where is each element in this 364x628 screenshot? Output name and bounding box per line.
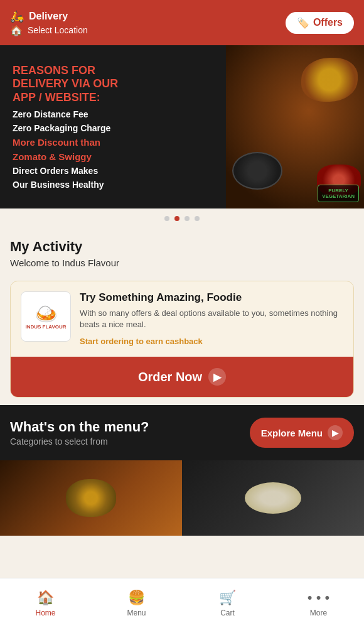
banner-slide: REASONS FORDELIVERY VIA OURAPP / WEBSITE… xyxy=(0,45,364,208)
banner-point-4: Zomato & Swiggy xyxy=(13,151,213,162)
delivery-icon: 🛵 xyxy=(10,9,24,23)
activity-text: Try Something Amazing, Foodie With so ma… xyxy=(80,291,343,347)
delivery-row: 🛵 Delivery xyxy=(10,9,88,23)
food-item-bowl xyxy=(232,152,282,190)
location-label: Select Location xyxy=(28,25,88,35)
more-nav-icon: • • • xyxy=(308,590,329,606)
more-nav-label: More xyxy=(310,609,327,617)
restaurant-logo: 🍛 INDUS FLAVOUR xyxy=(21,291,71,342)
header: 🛵 Delivery 🏠 Select Location 🏷️ Offers xyxy=(0,0,364,45)
delivery-label: Delivery xyxy=(29,11,68,22)
rice-bowl-visual xyxy=(245,482,301,514)
menu-nav-icon: 🍔 xyxy=(128,590,145,606)
menu-section: What's on the menu? Categories to select… xyxy=(0,405,364,460)
dot-2[interactable] xyxy=(174,216,179,221)
offers-button[interactable]: 🏷️ Offers xyxy=(286,12,354,34)
dot-1[interactable] xyxy=(164,216,169,221)
menu-section-title: What's on the menu? xyxy=(10,419,149,435)
activity-card: 🍛 INDUS FLAVOUR Try Something Amazing, F… xyxy=(10,281,354,398)
logo-text: INDUS FLAVOUR xyxy=(25,325,66,330)
banner-list: Zero Distance Fee Zero Packaging Charge … xyxy=(13,109,213,190)
nav-item-menu[interactable]: 🍔 Menu xyxy=(91,578,182,628)
menu-section-subtitle: Categories to select from xyxy=(10,436,149,447)
offers-icon: 🏷️ xyxy=(297,17,309,29)
home-icon: 🏠 xyxy=(10,24,23,36)
banner-point-1: Zero Distance Fee xyxy=(13,109,213,119)
cart-nav-label: Cart xyxy=(220,609,235,617)
banner-point-6: Our Business Healthy xyxy=(13,180,213,190)
order-arrow-icon: ▶ xyxy=(208,368,226,386)
food-item-bread xyxy=(301,58,358,102)
nav-item-cart[interactable]: 🛒 Cart xyxy=(182,578,273,628)
activity-title: My Activity xyxy=(10,239,354,255)
food-card-right[interactable] xyxy=(182,460,364,536)
location-row: 🏠 Select Location xyxy=(10,24,88,36)
banner-point-3: More Discount than xyxy=(13,137,213,148)
activity-heading: Try Something Amazing, Foodie xyxy=(80,291,343,304)
activity-subtitle: Welcome to Indus Flavour xyxy=(10,257,354,268)
food-cards-row xyxy=(0,460,364,536)
banner-image: PURELYVEGETARIAN xyxy=(226,45,364,208)
cart-nav-icon: 🛒 xyxy=(219,590,236,606)
offers-label: Offers xyxy=(313,17,343,28)
menu-section-left: What's on the menu? Categories to select… xyxy=(10,419,149,447)
activity-card-inner: 🍛 INDUS FLAVOUR Try Something Amazing, F… xyxy=(11,281,353,357)
dot-3[interactable] xyxy=(185,216,190,221)
activity-desc: With so many offers & deal options avail… xyxy=(80,308,343,330)
food-card-left[interactable] xyxy=(0,460,182,536)
purely-veg-badge: PURELYVEGETARIAN xyxy=(318,185,359,202)
my-activity-section: My Activity Welcome to Indus Flavour xyxy=(0,229,364,273)
home-nav-icon: 🏠 xyxy=(37,590,54,606)
food-card-visual-left xyxy=(0,460,182,536)
explore-arrow-icon: ▶ xyxy=(328,425,343,440)
bottom-nav: 🏠 Home 🍔 Menu 🛒 Cart • • • More xyxy=(0,578,364,628)
nav-item-home[interactable]: 🏠 Home xyxy=(0,578,91,628)
menu-nav-label: Menu xyxy=(127,609,146,617)
banner-dots xyxy=(0,208,364,229)
home-nav-label: Home xyxy=(35,609,55,617)
nav-item-more[interactable]: • • • More xyxy=(273,578,364,628)
order-now-label: Order Now xyxy=(138,370,202,384)
food-card-visual-right xyxy=(182,460,364,536)
explore-menu-label: Explore Menu xyxy=(261,428,323,438)
banner-point-5: Direct Orders Makes xyxy=(13,166,213,176)
banner-title: REASONS FORDELIVERY VIA OURAPP / WEBSITE… xyxy=(13,64,213,105)
cashback-link[interactable]: Start ordering to earn cashback xyxy=(80,337,203,346)
header-left: 🛵 Delivery 🏠 Select Location xyxy=(10,9,88,36)
food-visual: PURELYVEGETARIAN xyxy=(226,45,364,208)
paratha-visual xyxy=(66,479,116,517)
banner-point-2: Zero Packaging Charge xyxy=(13,123,213,133)
order-now-button[interactable]: Order Now ▶ xyxy=(11,357,353,397)
banner-content: REASONS FORDELIVERY VIA OURAPP / WEBSITE… xyxy=(0,45,226,208)
banner: REASONS FORDELIVERY VIA OURAPP / WEBSITE… xyxy=(0,45,364,208)
dot-4[interactable] xyxy=(195,216,200,221)
explore-menu-button[interactable]: Explore Menu ▶ xyxy=(250,418,354,448)
logo-emblem: 🍛 xyxy=(35,303,58,325)
